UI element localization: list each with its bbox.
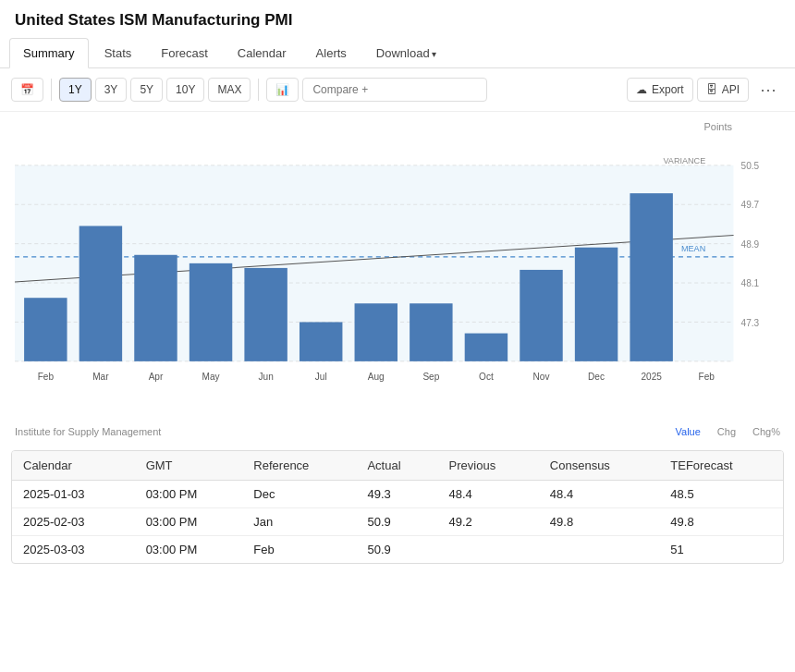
table-row: 2025-02-0303:00 PMJan50.949.249.849.8 [12, 508, 783, 536]
x-label-jun: Jun [258, 372, 273, 382]
td-gmt-1: 03:00 PM [135, 508, 243, 536]
table-header-row: Calendar GMT Reference Actual Previous C… [12, 451, 783, 481]
th-reference: Reference [242, 451, 356, 481]
calendar-button[interactable]: 📅 [11, 78, 43, 102]
x-label-nov: Nov [533, 372, 550, 382]
period-max-button[interactable]: MAX [208, 78, 251, 102]
td-previous-2 [438, 536, 539, 564]
th-teforecast: TEForecast [659, 451, 783, 481]
page-title: United States ISM Manufacturing PMI [0, 0, 795, 37]
tab-calendar[interactable]: Calendar [224, 38, 300, 68]
period-5y-button[interactable]: 5Y [130, 78, 163, 102]
table-row: 2025-03-0303:00 PMFeb50.951 [12, 536, 783, 564]
variance-label: VARIANCE [663, 156, 705, 165]
tab-download[interactable]: Download [362, 38, 451, 68]
export-icon: ☁ [636, 83, 647, 96]
bar-jul[interactable] [300, 322, 342, 360]
x-label-feb: Feb [38, 372, 55, 382]
bar-apr[interactable] [134, 255, 177, 361]
compare-input[interactable] [302, 78, 487, 102]
bar-dec[interactable] [575, 248, 618, 361]
chart-source: Institute for Supply Management [15, 426, 161, 437]
y-label-47-3: 47.3 [741, 318, 760, 328]
bar-aug[interactable] [355, 303, 398, 361]
y-label-49-7: 49.7 [741, 200, 760, 210]
table-body: 2025-01-0303:00 PMDec49.348.448.448.5202… [12, 481, 783, 564]
tab-stats[interactable]: Stats [91, 38, 146, 68]
chart-footer: Institute for Supply Management Value Ch… [15, 421, 780, 441]
td-calendar-0: 2025-01-03 [12, 481, 135, 508]
x-label-aug: Aug [368, 372, 385, 382]
more-button[interactable]: ⋯ [752, 76, 784, 104]
chart-svg: 50.5 49.7 48.9 48.1 47.3 VARIANCE MEAN F… [15, 134, 780, 421]
x-label-mar: Mar [92, 372, 109, 382]
td-actual-0: 49.3 [356, 481, 437, 508]
th-calendar: Calendar [12, 451, 135, 481]
bar-2025[interactable] [630, 193, 672, 361]
th-gmt: GMT [135, 451, 243, 481]
td-reference-0: Dec [242, 481, 356, 508]
bar-mar[interactable] [80, 226, 122, 360]
chart-type-button[interactable]: 📊 [266, 78, 299, 102]
toolbar: 📅 1Y 3Y 5Y 10Y MAX 📊 ☁ Export 🗄 API ⋯ [0, 68, 795, 112]
period-1y-button[interactable]: 1Y [59, 78, 92, 102]
bar-oct[interactable] [465, 334, 508, 361]
tab-forecast[interactable]: Forecast [147, 38, 222, 68]
api-button[interactable]: 🗄 API [697, 78, 749, 102]
period-10y-button[interactable]: 10Y [166, 78, 204, 102]
x-label-jul: Jul [315, 372, 327, 382]
footer-link-chg[interactable]: Chg [717, 426, 736, 437]
tab-summary[interactable]: Summary [9, 38, 89, 68]
bar-jun[interactable] [244, 268, 287, 361]
export-button[interactable]: ☁ Export [627, 78, 693, 102]
data-table: Calendar GMT Reference Actual Previous C… [12, 451, 783, 563]
bar-may[interactable] [190, 263, 232, 361]
nav-tabs: Summary Stats Forecast Calendar Alerts D… [0, 37, 795, 68]
y-axis-label: Points [15, 121, 780, 132]
th-previous: Previous [438, 451, 539, 481]
data-table-container: Calendar GMT Reference Actual Previous C… [11, 450, 784, 564]
period-3y-button[interactable]: 3Y [95, 78, 128, 102]
td-consensus-1: 49.8 [539, 508, 659, 536]
td-actual-2: 50.9 [356, 536, 437, 564]
td-reference-1: Jan [242, 508, 356, 536]
x-label-feb2: Feb [699, 372, 716, 382]
td-previous-0: 48.4 [438, 481, 539, 508]
table-row: 2025-01-0303:00 PMDec49.348.448.448.5 [12, 481, 783, 508]
footer-link-value[interactable]: Value [676, 426, 701, 437]
td-calendar-2: 2025-03-03 [12, 536, 135, 564]
x-label-may: May [202, 372, 221, 382]
tab-alerts[interactable]: Alerts [302, 38, 361, 68]
database-icon: 🗄 [706, 83, 717, 96]
x-label-2025: 2025 [641, 372, 662, 382]
td-gmt-0: 03:00 PM [135, 481, 243, 508]
td-teforecast-2: 51 [659, 536, 783, 564]
td-calendar-1: 2025-02-03 [12, 508, 135, 536]
bar-nov[interactable] [520, 270, 562, 361]
th-actual: Actual [356, 451, 437, 481]
chart-type-icon: 📊 [275, 83, 289, 96]
y-label-50-5: 50.5 [741, 161, 760, 171]
chart-footer-links: Value Chg Chg% [676, 426, 780, 437]
api-label: API [722, 83, 740, 96]
td-teforecast-1: 49.8 [659, 508, 783, 536]
export-label: Export [652, 83, 684, 96]
y-label-48-9: 48.9 [741, 239, 760, 250]
footer-link-chgpct[interactable]: Chg% [752, 426, 780, 437]
bar-feb[interactable] [24, 298, 67, 361]
calendar-icon: 📅 [20, 83, 34, 96]
td-consensus-2 [539, 536, 659, 564]
x-label-sep: Sep [422, 372, 439, 382]
bar-sep[interactable] [410, 303, 452, 361]
chart-container: Points [0, 112, 795, 441]
separator-2 [258, 79, 259, 101]
td-previous-1: 49.2 [438, 508, 539, 536]
chart-area: 50.5 49.7 48.9 48.1 47.3 VARIANCE MEAN F… [15, 134, 780, 421]
x-label-apr: Apr [149, 372, 164, 382]
mean-label: MEAN [681, 244, 705, 253]
x-label-dec: Dec [588, 372, 605, 382]
td-gmt-2: 03:00 PM [135, 536, 243, 564]
separator-1 [51, 79, 52, 101]
td-actual-1: 50.9 [356, 508, 437, 536]
td-teforecast-0: 48.5 [659, 481, 783, 508]
